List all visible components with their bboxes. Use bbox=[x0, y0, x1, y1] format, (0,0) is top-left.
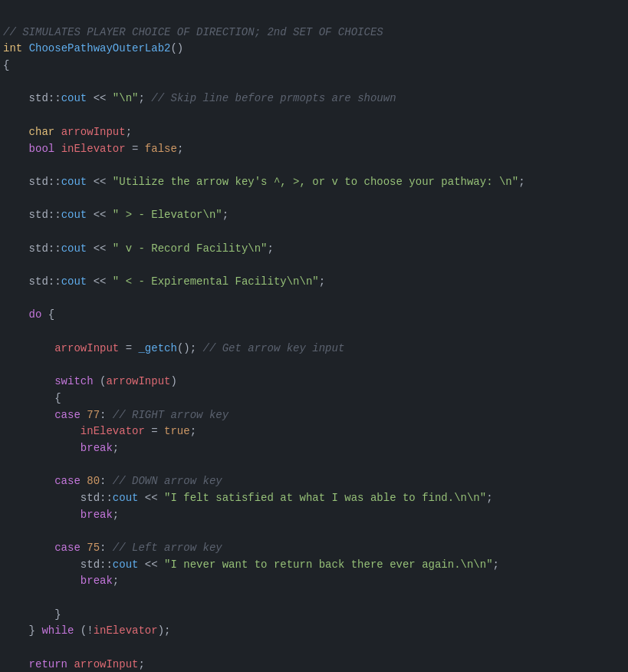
line-content: break; bbox=[0, 573, 622, 590]
token-plain: = bbox=[145, 425, 164, 437]
code-line bbox=[0, 291, 628, 308]
token-number: 75 bbox=[87, 542, 100, 554]
token-string: "\n" bbox=[113, 92, 139, 104]
code-line: std::cout << " > - Elevator\n"; bbox=[0, 207, 628, 224]
code-line: { bbox=[0, 58, 628, 74]
token-keyword: case bbox=[54, 409, 81, 421]
token-plain bbox=[3, 575, 81, 587]
code-line: do { bbox=[0, 307, 628, 324]
token-plain bbox=[3, 176, 29, 188]
token-ns: std bbox=[81, 492, 100, 504]
token-plain: << bbox=[87, 209, 113, 221]
token-plain: : bbox=[100, 475, 113, 487]
code-line bbox=[0, 523, 628, 540]
token-plain: ( bbox=[94, 375, 107, 387]
token-plain: } bbox=[3, 624, 41, 637]
token-plain: : bbox=[100, 542, 113, 554]
line-content: switch (arrowInput) bbox=[0, 374, 622, 390]
token-keyword: break bbox=[81, 442, 113, 454]
token-plain bbox=[3, 542, 54, 554]
token-string: "I felt satisfied at what I was able to … bbox=[164, 492, 486, 504]
code-line: std::cout << " < - Expiremental Facility… bbox=[0, 274, 628, 291]
token-bool: true bbox=[164, 425, 190, 437]
code-line: std::cout << "\n"; // Skip line before p… bbox=[0, 91, 628, 107]
line-content: break; bbox=[0, 440, 622, 457]
line-content: std::cout << " < - Expiremental Facility… bbox=[0, 274, 622, 291]
token-keyword: case bbox=[54, 542, 81, 554]
line-content: return arrowInput; bbox=[0, 657, 622, 672]
line-content bbox=[0, 74, 622, 91]
token-plain bbox=[3, 658, 29, 670]
line-content bbox=[0, 357, 622, 374]
token-plain: ; bbox=[486, 492, 492, 504]
code-line bbox=[0, 590, 628, 607]
token-plain: () bbox=[170, 42, 183, 54]
token-plain: ; bbox=[138, 658, 144, 670]
code-line: { bbox=[0, 390, 628, 407]
token-plain: :: bbox=[100, 492, 113, 504]
token-plain: ; bbox=[177, 143, 183, 155]
token-plain bbox=[3, 425, 81, 437]
token-plain: ; bbox=[268, 242, 274, 255]
line-content: // SIMULATES PLAYER CHOICE OF DIRECTION;… bbox=[0, 25, 622, 41]
token-keyword: while bbox=[41, 624, 74, 637]
token-func: cout bbox=[113, 492, 139, 504]
token-plain bbox=[3, 126, 29, 138]
token-plain: << bbox=[87, 92, 113, 104]
token-keyword: case bbox=[54, 475, 81, 487]
token-plain: << bbox=[87, 275, 113, 288]
token-func: cout bbox=[61, 242, 87, 255]
token-plain: << bbox=[138, 492, 164, 504]
line-content bbox=[0, 291, 622, 308]
token-var: inElevator bbox=[81, 425, 145, 437]
token-plain: ; bbox=[113, 442, 119, 454]
token-var: arrowInput bbox=[61, 126, 126, 138]
token-plain: << bbox=[87, 242, 113, 255]
token-var: inElevator bbox=[94, 624, 158, 637]
line-content: std::cout << "\n"; // Skip line before p… bbox=[0, 91, 622, 107]
token-ns: std bbox=[29, 92, 48, 104]
token-plain: (! bbox=[74, 624, 93, 637]
line-content: std::cout << "I felt satisfied at what I… bbox=[0, 490, 622, 507]
token-plain: ; bbox=[319, 275, 325, 288]
line-content: bool inElevator = false; bbox=[0, 141, 622, 158]
token-var: arrowInput bbox=[74, 658, 138, 670]
line-content bbox=[0, 590, 622, 607]
token-plain bbox=[3, 275, 29, 288]
token-plain: ; bbox=[493, 558, 499, 571]
token-plain: { bbox=[3, 59, 9, 71]
code-line bbox=[0, 107, 628, 124]
token-plain bbox=[3, 242, 29, 255]
token-plain: ; bbox=[222, 209, 229, 221]
token-ns: std bbox=[29, 275, 48, 288]
code-editor: // SIMULATES PLAYER CHOICE OF DIRECTION;… bbox=[0, 0, 628, 672]
token-keyword: switch bbox=[54, 375, 93, 387]
token-plain bbox=[3, 375, 54, 387]
line-content: std::cout << " v - Record Facility\n"; bbox=[0, 241, 622, 258]
token-func: cout bbox=[61, 176, 87, 188]
code-line: case 77: // RIGHT arrow key bbox=[0, 407, 628, 424]
token-plain bbox=[3, 475, 54, 487]
token-plain: :: bbox=[48, 209, 61, 221]
token-func: cout bbox=[61, 209, 87, 221]
token-plain: { bbox=[3, 392, 61, 404]
code-line bbox=[0, 357, 628, 374]
code-line: switch (arrowInput) bbox=[0, 374, 628, 390]
code-line bbox=[0, 324, 628, 341]
code-line: int ChoosePathwayOuterLab2() bbox=[0, 41, 628, 58]
code-line: inElevator = true; bbox=[0, 423, 628, 440]
line-content bbox=[0, 324, 622, 341]
token-plain: << bbox=[87, 176, 113, 188]
code-line bbox=[0, 74, 628, 91]
line-content bbox=[0, 107, 622, 124]
code-line: bool inElevator = false; bbox=[0, 141, 628, 158]
token-plain: :: bbox=[48, 242, 61, 255]
token-keyword: do bbox=[29, 308, 42, 321]
line-content bbox=[0, 191, 622, 208]
line-content: do { bbox=[0, 307, 622, 324]
token-keyword: break bbox=[81, 509, 113, 521]
token-string: "Utilize the arrow key's ^, >, or v to c… bbox=[113, 176, 518, 188]
token-type: char bbox=[29, 126, 55, 138]
code-line: } bbox=[0, 607, 628, 624]
code-line bbox=[0, 457, 628, 474]
